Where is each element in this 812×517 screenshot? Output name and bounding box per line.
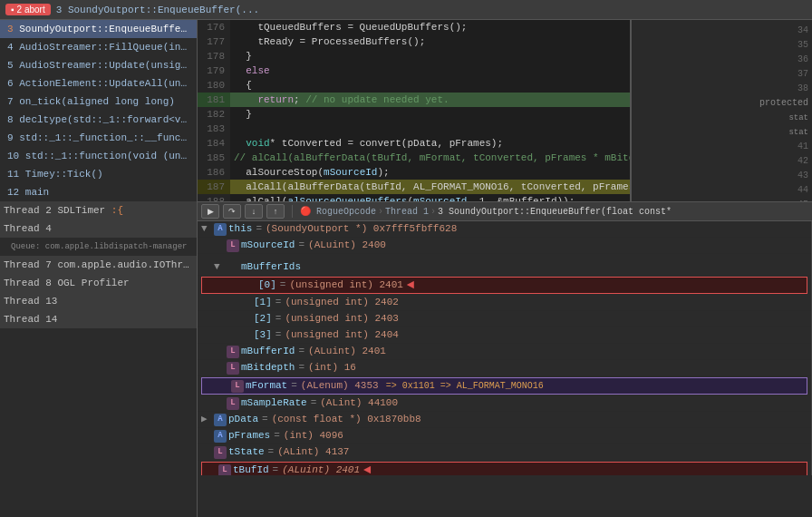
code-line-177: 177 tReady = ProcessedBuffers();	[198, 34, 630, 49]
annotation-panel: 3435363738 protected stat stat 41424344 …	[631, 20, 812, 201]
item-label: 10 std::_1::function(void (unsig...	[7, 151, 197, 161]
item-icon: 3	[7, 24, 14, 34]
var-icon-pFrames: A	[214, 430, 227, 443]
var-mBitdepth: L mBitdepth = (int) 16	[198, 360, 811, 376]
right-line-numbers: 3435363738 protected stat stat 41424344 …	[635, 24, 808, 201]
thread-14-header[interactable]: Thread 14	[0, 310, 197, 328]
breadcrumb-func: 3 SoundyOutport::EnqueueBuffer(float con…	[438, 207, 672, 217]
var-icon-mBufferId: L	[227, 346, 239, 358]
debug-step-out-btn[interactable]: ↑	[266, 204, 285, 219]
var-icon-mFormat: L	[231, 380, 244, 393]
var-bufferid-2: [2] = (unsigned int) 2403	[198, 311, 811, 327]
sidebar: 3 SoundyOutport::EnqueueBuffer(... 4 Aud…	[0, 20, 198, 517]
var-icon-tState: L	[214, 446, 227, 459]
var-pData: ▶ A pData = (const float *) 0x1870bb8	[198, 412, 811, 428]
item-label: 8 decltype(std::_1::forward<void...	[7, 114, 197, 125]
thread-label: Thread 7 com.apple.audio.IOThrea...	[4, 259, 197, 270]
item-label: 11 Timey::Tick()	[7, 169, 103, 180]
breadcrumb-thread1: Thread 1	[385, 207, 429, 217]
var-mSourceId: L mSourceId = (ALuint) 2400	[198, 238, 811, 254]
item-label: SoundyOutport::EnqueueBuffer(...	[19, 24, 197, 34]
code-line-180: 180 {	[198, 78, 630, 93]
thread-4-header[interactable]: Thread 4	[0, 219, 197, 238]
code-top: 176 tQueuedBuffers = QueuedUpBuffers(); …	[198, 20, 812, 201]
code-line-181: 181 return; // no update needed yet.	[198, 93, 630, 107]
mFormat-annotation: => 0x1101 => AL_FORMAT_MONO16	[386, 378, 544, 394]
var-pFrames: A pFrames = (int) 4096	[198, 428, 811, 444]
debug-step-into-btn[interactable]: ↓	[245, 204, 263, 219]
sidebar-item-9[interactable]: 9 std::_1::_function_::__func<void...	[0, 129, 197, 147]
source-panel[interactable]: 176 tQueuedBuffers = QueuedUpBuffers(); …	[198, 20, 631, 201]
item-label: 9 std::_1::_function_::__func<void...	[7, 132, 197, 143]
var-icon-mSampleRate: L	[227, 397, 239, 410]
thread-label: Thread 4	[4, 223, 52, 234]
bottom-panel: ▼ A this = (SoundyOutport *) 0x7fff5fbff…	[198, 221, 812, 475]
abort-icon: ▪	[11, 5, 14, 15]
breadcrumb-rogue: 🔴 RogueOpcode	[300, 206, 376, 217]
thread-2-header[interactable]: Thread 2 SDLTimer :{	[0, 201, 197, 219]
sidebar-item-12[interactable]: 12 main	[0, 183, 197, 201]
code-line-178: 178 }	[198, 49, 630, 63]
var-icon-mBufferIds	[227, 261, 239, 274]
thread-label: Thread 2 SDLTimer	[4, 205, 105, 216]
thread-13-header[interactable]: Thread 13	[0, 292, 197, 310]
sidebar-item-3[interactable]: 3 SoundyOutport::EnqueueBuffer(...	[0, 20, 197, 38]
breadcrumb: 🔴 RogueOpcode › Thread 1 › 3 SoundyOutpo…	[300, 206, 808, 217]
code-line-179: 179 else	[198, 63, 630, 78]
var-icon-mBitdepth: L	[227, 362, 239, 375]
abort-button[interactable]: ▪ 2 abort	[5, 4, 51, 15]
thread-suffix: :{	[111, 205, 123, 216]
var-bufferid-3: [3] = (unsigned int) 2404	[198, 327, 811, 344]
var-mBufferId: L mBufferId = (ALuint) 2401	[198, 344, 811, 360]
main-layout: 3 SoundyOutport::EnqueueBuffer(... 4 Aud…	[0, 20, 812, 517]
item-label: 4 AudioStreamer::FillQueue(int)	[7, 42, 193, 53]
code-line-185: 185 // alCall(alBufferData(tBufId, mForm…	[198, 151, 630, 165]
var-icon-pData: A	[214, 414, 227, 426]
content-area: 176 tQueuedBuffers = QueuedUpBuffers(); …	[198, 20, 812, 517]
thread-8-header[interactable]: Thread 8 OGL Profiler	[0, 274, 197, 292]
toolbar: ▪ 2 abort 3 SoundyOutport::EnqueueBuffer…	[0, 0, 812, 20]
var-tState: L tState = (ALint) 4137	[198, 444, 811, 461]
var-mFormat: L mFormat = (ALenum) 4353 => 0x1101 => A…	[201, 377, 807, 395]
sidebar-item-6[interactable]: 6 ActionElement::UpdateAll(unsig...	[0, 74, 197, 93]
sidebar-item-7[interactable]: 7 on_tick(aligned long long)	[0, 93, 197, 111]
var-bufferid-1: [1] = (unsigned int) 2402	[198, 295, 811, 311]
active-thread-label: 3 SoundyOutport::EnqueueBuffer(...	[56, 5, 259, 15]
var-list[interactable]: ▼ A this = (SoundyOutport *) 0x7fff5fbff…	[198, 221, 812, 475]
var-mBufferIds: ▼ mBufferIds	[198, 259, 811, 276]
arrow-icon-tBufId: ◄	[363, 463, 371, 475]
item-label: 5 AudioStreamer::Update(unsigne...	[7, 60, 197, 71]
var-icon-this: A	[214, 223, 227, 236]
code-line-176: 176 tQueuedBuffers = QueuedUpBuffers();	[198, 20, 630, 34]
sidebar-item-10[interactable]: 10 std::_1::function(void (unsig...	[0, 147, 197, 165]
arrow-icon-0: ◄	[407, 278, 414, 293]
item-label: 7 on_tick(aligned long long)	[7, 96, 175, 107]
sidebar-item-11[interactable]: 11 Timey::Tick()	[0, 165, 197, 183]
code-line-184: 184 void* tConverted = convert(pData, pF…	[198, 136, 630, 151]
abort-label: 2 abort	[17, 5, 45, 15]
var-icon-mSourceId: L	[227, 239, 239, 252]
thread-label: Thread 14	[4, 314, 57, 325]
code-line-182: 182 }	[198, 107, 630, 122]
var-icon-0	[244, 279, 256, 292]
sidebar-item-4[interactable]: 4 AudioStreamer::FillQueue(int)	[0, 38, 197, 56]
item-label: 6 ActionElement::UpdateAll(unsig...	[7, 78, 197, 89]
debug-play-btn[interactable]: ▶	[201, 204, 219, 219]
code-line-186: 186 alSourceStop(mSourceId);	[198, 165, 630, 180]
code-line-188: 188 alCall(alSourceQueueBuffers(mSourceI…	[198, 194, 630, 201]
code-line-187: 187 alCall(alBufferData(tBufId, AL_FORMA…	[198, 180, 630, 194]
debug-toolbar: ▶ ↷ ↓ ↑ 🔴 RogueOpcode › Thread 1 › 3 Sou…	[198, 201, 812, 221]
item-label: 12 main	[7, 187, 49, 198]
sidebar-item-8[interactable]: 8 decltype(std::_1::forward<void...	[0, 111, 197, 129]
code-line-183: 183	[198, 122, 630, 136]
thread-7-header[interactable]: Thread 7 com.apple.audio.IOThrea...	[0, 256, 197, 274]
var-tBufId: L tBufId = (ALuint) 2401 ◄	[201, 462, 807, 475]
thread-label: Thread 8 OGL Profiler	[4, 278, 130, 288]
var-this: ▼ A this = (SoundyOutport *) 0x7fff5fbff…	[198, 221, 811, 238]
divider	[292, 205, 293, 218]
var-mSampleRate: L mSampleRate = (ALint) 44100	[198, 395, 811, 412]
thread-4-sub: Queue: com.apple.libdispatch-manager	[0, 238, 197, 256]
sidebar-item-5[interactable]: 5 AudioStreamer::Update(unsigne...	[0, 56, 197, 74]
debug-step-over-btn[interactable]: ↷	[223, 204, 241, 219]
thread-label: Thread 13	[4, 296, 57, 307]
